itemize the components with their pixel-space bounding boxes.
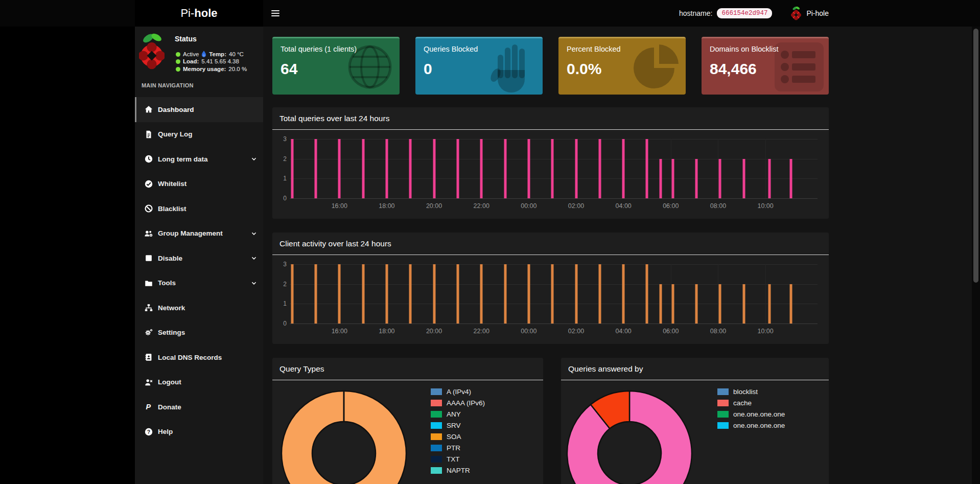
sidebar-item-query-log[interactable]: Query Log [135,122,263,147]
sidebar: Status Active Temp: 40 °C Load: 5.41 5.6… [135,27,263,484]
legend-item[interactable]: PTR [431,444,485,452]
sidebar-item-local-dns-records[interactable]: Local DNS Records [135,345,263,370]
sidebar-item-group-management[interactable]: Group Management [135,221,263,246]
sidebar-item-label: Disable [158,255,182,262]
y-axis-tick: 2 [275,155,287,163]
svg-text:P: P [146,403,151,411]
bar[interactable] [742,159,745,198]
bar[interactable] [646,139,648,198]
legend-label: blocklist [733,388,758,396]
bar[interactable] [551,139,554,198]
legend-item[interactable]: AAAA (IPv6) [431,399,485,407]
bar[interactable] [480,139,483,198]
bar[interactable] [456,139,459,198]
sidebar-item-dashboard[interactable]: Dashboard [135,97,263,122]
bar[interactable] [695,159,697,198]
total-queries-bar-chart[interactable]: 012316:0018:0020:0022:0000:0002:0004:000… [290,139,818,198]
bar[interactable] [671,159,674,198]
bar[interactable] [409,139,412,198]
client-activity-bar-chart[interactable]: 012316:0018:0020:0022:0000:0002:0004:000… [290,264,818,324]
load-label: Load: [183,58,199,64]
legend-item[interactable]: one.one.one.one [717,410,785,419]
x-axis-tick: 02:00 [568,202,584,210]
bar[interactable] [362,139,364,198]
bar[interactable] [456,264,459,324]
sidebar-item-help[interactable]: ? Help [135,420,263,445]
chevron-down-icon [251,255,257,261]
query-types-box: Query Types A (IPv4)AAAA (IPv6)ANYSRVSOA… [272,358,543,484]
bar[interactable] [719,159,721,198]
legend-item[interactable]: ANY [431,410,485,419]
x-axis-tick: 18:00 [379,328,394,335]
legend-item[interactable]: NAPTR [431,466,485,475]
load-values: 5.41 5.65 4.38 [201,58,239,64]
memory-label: Memory usage: [183,66,226,72]
bar[interactable] [551,264,554,324]
bar[interactable] [598,264,601,324]
donut[interactable] [280,389,408,484]
status-row-memory: Memory usage: 20.0 % [176,66,247,72]
bar[interactable] [291,139,293,198]
bar[interactable] [695,284,697,324]
bar[interactable] [790,159,792,198]
bar[interactable] [385,264,388,324]
donut[interactable] [566,389,693,484]
brand-logo-link[interactable]: Pi-hole [135,0,263,27]
legend-item[interactable]: A (IPv4) [431,387,485,396]
hamburger-menu-icon[interactable] [271,9,281,18]
legend-item[interactable]: SRV [431,421,485,430]
query-types-legend: A (IPv4)AAAA (IPv6)ANYSRVSOAPTRTXTNAPTR [431,387,485,475]
nav-section-header: MAIN NAVIGATION [142,82,194,88]
bar[interactable] [433,264,435,324]
sidebar-item-blacklist[interactable]: Blacklist [135,196,263,221]
bar[interactable] [291,264,293,324]
bar[interactable] [742,284,745,324]
bar[interactable] [671,284,674,324]
bar[interactable] [660,284,662,324]
bar[interactable] [314,139,317,198]
temperature-flame-icon [201,51,206,58]
bar[interactable] [575,264,577,324]
bar[interactable] [768,159,771,198]
sidebar-item-tools[interactable]: Tools [135,271,263,296]
bar[interactable] [575,139,577,198]
bar[interactable] [433,139,435,198]
sidebar-item-donate[interactable]: P Donate [135,395,263,420]
bar[interactable] [719,284,721,324]
legend-item[interactable]: blocklist [717,387,785,396]
bar[interactable] [338,139,341,198]
bar[interactable] [527,139,530,198]
sidebar-item-disable[interactable]: Disable [135,246,263,271]
sidebar-item-whitelist[interactable]: Whitelist [135,172,263,197]
bar[interactable] [480,264,483,324]
sidebar-item-label: Logout [158,378,181,386]
legend-item[interactable]: SOA [431,432,485,441]
sidebar-item-long-term-data[interactable]: Long term data [135,147,263,172]
status-dot [176,52,180,57]
bar[interactable] [790,284,792,324]
legend-item[interactable]: TXT [431,455,485,464]
bar[interactable] [646,264,648,324]
bar[interactable] [598,139,601,198]
sidebar-item-settings[interactable]: Settings [135,320,263,345]
bar[interactable] [660,159,662,198]
bar[interactable] [504,264,506,324]
bar[interactable] [338,264,341,324]
sidebar-item-logout[interactable]: Logout [135,370,263,395]
legend-item[interactable]: one.one.one.one [717,421,785,430]
legend-item[interactable]: cache [717,399,785,407]
chevron-down-icon [251,156,257,162]
bar[interactable] [622,139,625,198]
bar[interactable] [385,139,388,198]
bar[interactable] [527,264,530,324]
status-title: Status [175,35,197,43]
bar[interactable] [314,264,317,324]
scrollbar-thumb[interactable] [973,29,978,283]
bar[interactable] [409,264,412,324]
bar[interactable] [768,284,771,324]
bar[interactable] [362,264,364,324]
bar[interactable] [622,264,625,324]
sidebar-item-network[interactable]: Network [135,295,263,320]
bar[interactable] [504,139,506,198]
scrollbar-track[interactable] [972,27,980,484]
